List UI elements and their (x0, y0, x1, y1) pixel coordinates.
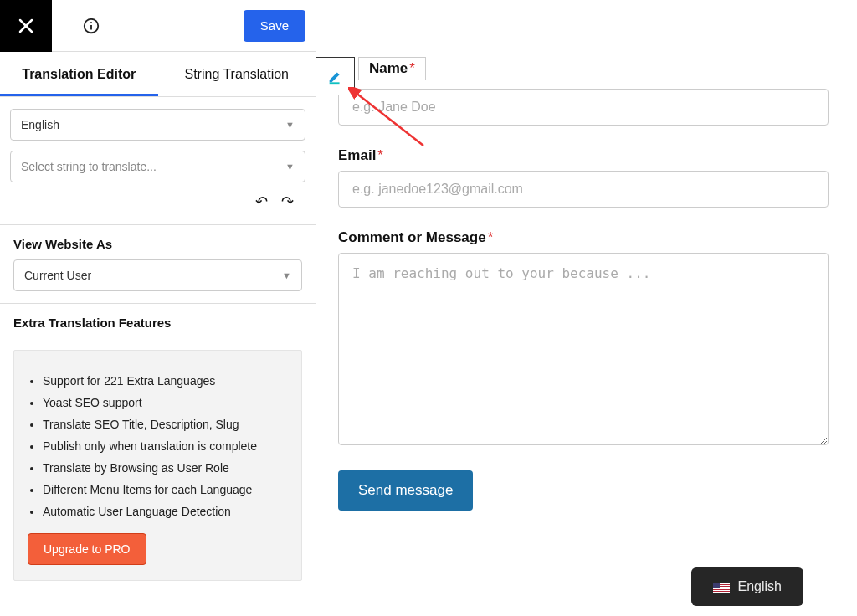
svg-rect-9 (713, 588, 730, 589)
nav-arrows: ↶ ↷ (10, 182, 305, 213)
svg-rect-13 (329, 82, 339, 84)
required-asterisk: * (409, 60, 415, 76)
svg-rect-12 (713, 583, 720, 588)
info-icon[interactable] (82, 17, 100, 35)
svg-point-4 (90, 21, 92, 23)
comment-label: Comment or Message* (338, 229, 829, 246)
tab-string-translation[interactable]: String Translation (158, 52, 316, 96)
topbar: Save (0, 0, 316, 52)
edit-string-button[interactable] (316, 57, 355, 95)
close-icon (16, 16, 36, 36)
extra-feature-item: Translate SEO Title, Description, Slug (43, 418, 288, 431)
extra-section: Extra Translation Features (0, 304, 316, 350)
extra-feature-item: Translate by Browsing as User Role (43, 461, 288, 475)
close-button[interactable] (0, 0, 52, 52)
name-label: Name* (369, 60, 415, 77)
view-as-select[interactable]: Current User ▼ (13, 259, 302, 291)
tab-translation-editor[interactable]: Translation Editor (0, 52, 158, 96)
language-select-value: English (21, 118, 59, 131)
language-select[interactable]: English ▼ (10, 109, 305, 141)
redo-icon[interactable]: ↷ (281, 192, 294, 211)
required-asterisk: * (488, 229, 494, 245)
email-label: Email* (338, 147, 829, 164)
translation-panel: English ▼ Select string to translate... … (0, 97, 316, 225)
chevron-down-icon: ▼ (285, 162, 295, 172)
name-label-box: Name* (358, 57, 426, 80)
extra-feature-item: Support for 221 Extra Languages (43, 374, 288, 388)
language-switcher[interactable]: English (691, 567, 803, 606)
extra-feature-item: Yoast SEO support (43, 396, 288, 409)
string-select-placeholder: Select string to translate... (21, 160, 157, 173)
svg-rect-10 (713, 590, 730, 591)
pencil-icon (326, 67, 345, 85)
required-asterisk: * (377, 147, 383, 163)
save-button[interactable]: Save (244, 10, 305, 42)
extra-feature-item: Different Menu Items for each Language (43, 483, 288, 496)
string-select[interactable]: Select string to translate... ▼ (10, 151, 305, 182)
send-message-button[interactable]: Send message (338, 470, 473, 511)
view-as-value: Current User (24, 269, 91, 282)
extra-heading: Extra Translation Features (13, 316, 302, 330)
chevron-down-icon: ▼ (282, 270, 291, 280)
language-switcher-label: English (738, 579, 782, 594)
us-flag-icon (713, 582, 730, 593)
extra-features-box: Support for 221 Extra Languages Yoast SE… (13, 350, 302, 581)
upgrade-button[interactable]: Upgrade to PRO (28, 533, 146, 565)
extra-feature-item: Publish only when translation is complet… (43, 439, 288, 453)
sidebar: Save Translation Editor String Translati… (0, 0, 316, 616)
undo-icon[interactable]: ↶ (255, 192, 268, 211)
editor-tabs: Translation Editor String Translation (0, 52, 316, 97)
svg-rect-11 (713, 592, 730, 593)
comment-textarea[interactable] (338, 253, 829, 445)
name-input[interactable] (338, 89, 829, 126)
chevron-down-icon: ▼ (285, 120, 295, 130)
main-preview: Email* Comment or Message* Send message … (316, 0, 857, 616)
extra-feature-item: Automatic User Language Detection (43, 505, 288, 518)
view-as-section: View Website As Current User ▼ (0, 225, 316, 303)
view-as-heading: View Website As (13, 237, 302, 251)
email-input[interactable] (338, 171, 829, 208)
